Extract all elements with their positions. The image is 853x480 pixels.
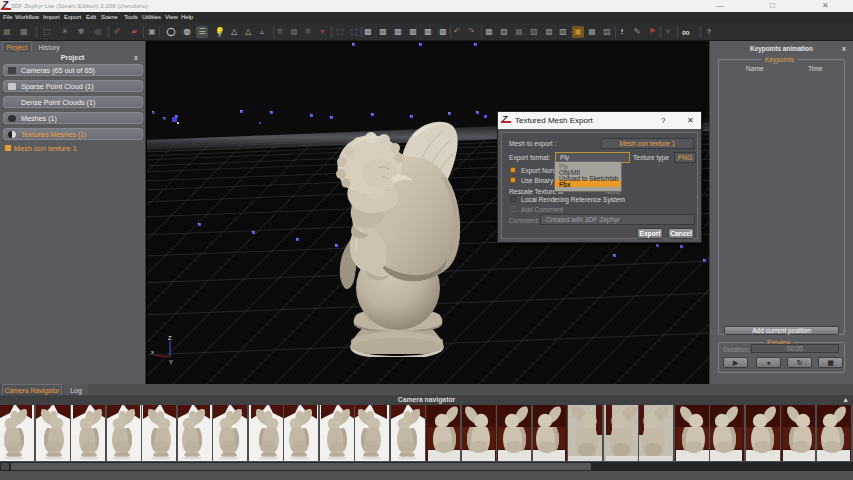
- svg-text:x: x: [151, 349, 154, 355]
- svg-text:Z: Z: [168, 335, 172, 341]
- svg-text:Y: Y: [169, 359, 173, 365]
